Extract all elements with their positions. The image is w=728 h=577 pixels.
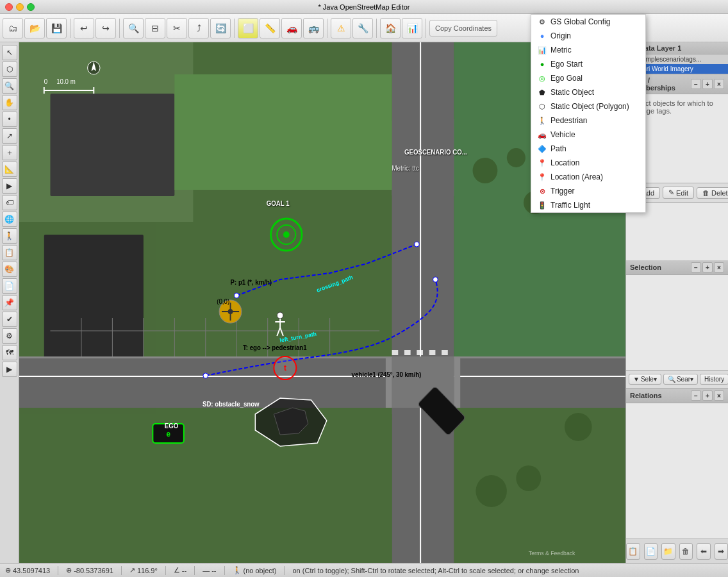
person-tool[interactable]: 🚶 [2,228,17,244]
menu-item-trigger[interactable]: ⊗ Trigger [531,184,645,198]
svg-rect-2 [50,94,174,196]
add-tool[interactable]: ＋ [2,145,17,160]
menu-item-metric[interactable]: 📊 Metric [531,43,645,57]
dropdown-menu[interactable]: ⚙ GS Global Config ● Origin 📊 Metric ● E… [531,14,646,213]
settings-tool[interactable]: ⚙ [2,328,17,344]
maximize-button[interactable] [27,3,35,11]
layer-tool[interactable]: 📋 [2,245,17,260]
history-btn[interactable]: History [700,374,728,385]
new-button[interactable]: 🗂 [3,18,23,38]
selection-expand-btn[interactable]: + [702,262,713,272]
menu-item-static-object-polygon[interactable]: ⬡ Static Object (Polygon) [531,99,645,113]
tags-collapse-btn[interactable]: − [691,79,701,89]
draw-node-tool[interactable]: • [2,112,17,127]
svg-text:Metric: ttc: Metric: ttc [392,165,419,172]
map-tool[interactable]: 🗺 [2,345,17,360]
bottom-btn-6[interactable]: ➡ [715,543,729,560]
tag-tool[interactable]: 🏷 [2,195,17,210]
relations-collapse-btn[interactable]: − [691,390,701,401]
measure-tool[interactable]: 📐 [2,162,17,177]
checkmark-tool[interactable]: ✔ [2,312,17,327]
tags-expand-btn[interactable]: + [702,79,713,89]
warning-button[interactable]: ⚠ [331,18,351,38]
status-sep-1 [58,566,58,575]
save-button[interactable]: 💾 [46,18,67,38]
hint-status: on (Ctrl to toggle); Shift-Ctrl to rotat… [292,567,579,574]
tags-close-btn[interactable]: × [714,79,724,89]
undo-button[interactable]: ↩ [74,18,94,38]
zoom-in-button[interactable]: 🔍 [123,18,144,38]
lasso-tool[interactable]: ⬡ [2,62,17,77]
search-dropdown-btn[interactable]: 🔍 Sear▾ [663,374,698,385]
bottom-btn-3[interactable]: 📁 [661,543,675,560]
svg-text:10.0 m: 10.0 m [56,78,76,85]
pan-tool[interactable]: ✋ [2,95,17,110]
menu-item-location-area[interactable]: 📍 Location (Area) [531,170,645,184]
svg-point-59 [277,312,283,319]
color-tool[interactable]: 🎨 [2,262,17,277]
svg-rect-4 [44,235,144,363]
menu-item-ego-goal[interactable]: ◎ Ego Goal [531,71,645,85]
menu-item-gs-global-config[interactable]: ⚙ GS Global Config [531,15,645,29]
menu-item-static-object[interactable]: ⬟ Static Object [531,85,645,99]
minimize-button[interactable] [16,3,24,11]
bearing-value: 116.9° [137,567,158,574]
relations-expand-btn[interactable]: + [702,390,713,401]
svg-point-35 [473,158,498,183]
menu-item-ego-start[interactable]: ● Ego Start [531,57,645,71]
bus-button[interactable]: 🚌 [303,18,324,38]
copy-coordinates-button[interactable]: Copy Coordinates [429,20,497,37]
relations-close-btn[interactable]: × [714,390,724,401]
open-button[interactable]: 📂 [24,18,45,38]
file-tool[interactable]: 📄 [2,278,17,294]
rotate-button[interactable]: ⤴ [188,18,209,38]
selection-close-btn[interactable]: × [714,262,724,272]
selection-collapse-btn[interactable]: − [691,262,701,272]
bottom-btn-1[interactable]: 📋 [626,543,640,560]
add-way-button[interactable]: 📏 [260,18,280,38]
chart-button[interactable]: 📊 [402,18,422,38]
cut-button[interactable]: ✂ [167,18,187,38]
ego-start-icon: ● [538,60,547,69]
draw-way-tool[interactable]: ↗ [2,128,17,144]
menu-item-label: Ego Goal [550,74,583,83]
zoom-tool[interactable]: 🔍 [2,78,17,94]
play-tool[interactable]: ▶ [2,178,17,194]
relations-header: Relations − + × [626,389,728,403]
edit-tag-button[interactable]: ✎ Edit [663,187,694,199]
tools-button[interactable]: 🔧 [352,18,373,38]
refresh-button[interactable]: 🔄 [210,18,231,38]
layer-item-label: samplescenariotags... [639,56,701,63]
close-button[interactable] [5,3,13,11]
select-dropdown-btn[interactable]: ▼ Sele▾ [629,374,661,385]
menu-item-pedestrian[interactable]: 🚶 Pedestrian [531,113,645,128]
osm-tool[interactable]: 🌐 [2,212,17,227]
svg-rect-9 [392,42,454,563]
svg-rect-8 [19,376,625,377]
nav-tool[interactable]: ▶ [2,362,17,377]
home-button[interactable]: 🏠 [380,18,401,38]
svg-text:P: p1 (*, km/h): P: p1 (*, km/h) [231,279,272,286]
svg-point-48 [283,231,290,238]
menu-item-label: Static Object [550,88,594,97]
menu-item-location[interactable]: 📍 Location [531,156,645,170]
delete-tag-button[interactable]: 🗑 Delete [697,187,728,199]
delete-button[interactable]: 🚗 [281,18,302,38]
relations-title: Relations [630,392,662,399]
zoom-out-button[interactable]: ⊟ [145,18,165,38]
bottom-btn-5[interactable]: ⬅ [697,543,711,560]
add-node-button[interactable]: ⬜ [238,18,258,38]
bottom-btn-4[interactable]: 🗑 [679,543,693,560]
menu-item-path[interactable]: 🔷 Path [531,142,645,156]
select-tool[interactable]: ↖ [2,45,17,60]
pin-tool[interactable]: 📌 [2,295,17,310]
selection-controls: − + × [691,262,724,272]
select-label: Sele▾ [641,376,657,383]
titlebar: * Java OpenStreetMap Editor [0,0,728,14]
menu-item-traffic-light[interactable]: 🚦 Traffic Light [531,198,645,212]
window-controls[interactable] [5,3,35,11]
menu-item-vehicle[interactable]: 🚗 Vehicle [531,128,645,142]
menu-item-origin[interactable]: ● Origin [531,29,645,43]
redo-button[interactable]: ↪ [95,18,116,38]
bottom-btn-2[interactable]: 📄 [644,543,658,560]
